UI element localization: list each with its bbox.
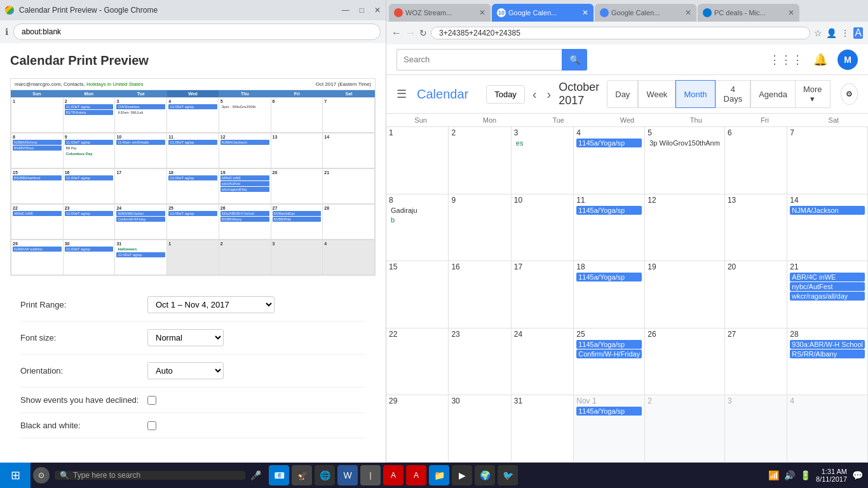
- cell-nov4[interactable]: 4: [787, 395, 868, 463]
- cell-oct22[interactable]: 22: [386, 329, 449, 396]
- cell-nov1[interactable]: Nov 11145a/Yoga/sp: [574, 395, 645, 463]
- cell-oct9[interactable]: 9: [449, 194, 511, 262]
- orientation-select[interactable]: Auto Portrait Landscape: [147, 362, 224, 379]
- event-nov1-yoga[interactable]: 1145a/Yoga/sp: [576, 407, 642, 416]
- start-button[interactable]: ⊞: [0, 463, 31, 488]
- user-avatar[interactable]: M: [837, 50, 858, 70]
- bw-input[interactable]: [147, 421, 156, 430]
- taskbar-time[interactable]: 1:31 AM 8/11/2017: [816, 468, 847, 483]
- cell-oct24[interactable]: 24: [512, 329, 574, 396]
- view-day-button[interactable]: Day: [607, 80, 638, 108]
- cell-oct8[interactable]: 8Gadirajub: [386, 194, 449, 262]
- event-oct18-yoga[interactable]: 1145a/Yoga/sp: [576, 273, 642, 281]
- cell-oct29[interactable]: 29: [386, 395, 449, 463]
- nav-prev-button[interactable]: ‹: [530, 87, 539, 102]
- taskbar-bar[interactable]: |: [360, 465, 381, 485]
- print-range-input[interactable]: Oct 1 – Nov 4, 2017: [147, 296, 275, 313]
- cell-oct23[interactable]: 23: [449, 329, 511, 396]
- cell-oct15[interactable]: 15: [386, 261, 449, 329]
- event-oct28-abr[interactable]: 930a:ABR/W-H School: [790, 340, 865, 349]
- cortana-button[interactable]: ⊙: [31, 464, 52, 486]
- event-oct21-wkcr[interactable]: wkcr/ragas/all/day: [790, 292, 865, 301]
- cell-oct13[interactable]: 13: [725, 194, 787, 262]
- close-button[interactable]: ✕: [374, 6, 381, 15]
- cell-oct18[interactable]: 181145a/Yoga/sp: [574, 261, 645, 329]
- settings-button[interactable]: ⚙: [841, 83, 858, 105]
- extensions-icon[interactable]: A: [853, 27, 863, 39]
- event-oct8-gadiraju[interactable]: Gadiraju: [389, 206, 445, 215]
- tab-woz[interactable]: WOZ Stream... ✕: [389, 4, 491, 22]
- bw-checkbox[interactable]: [147, 421, 156, 430]
- cell-oct3[interactable]: 3es: [512, 127, 574, 194]
- taskbar-acrobat2[interactable]: A: [406, 465, 426, 485]
- cell-oct30[interactable]: 30: [449, 395, 511, 463]
- taskbar-thunderbird[interactable]: 🦅: [292, 465, 312, 485]
- window-controls[interactable]: — □ ✕: [342, 6, 381, 15]
- event-oct4-yoga[interactable]: 1145a/Yoga/sp: [576, 139, 642, 147]
- hamburger-icon[interactable]: ☰: [397, 87, 407, 101]
- cell-oct4[interactable]: 41145a/Yoga/sp: [574, 127, 645, 194]
- view-more-button[interactable]: More ▾: [796, 80, 831, 108]
- cell-oct12[interactable]: 12: [645, 194, 725, 262]
- event-oct28-rs[interactable]: RS/RR/Albany: [790, 349, 865, 358]
- back-icon[interactable]: ←: [391, 27, 402, 39]
- cell-oct17[interactable]: 17: [512, 261, 574, 329]
- bookmark-icon[interactable]: ☆: [814, 28, 822, 38]
- minimize-button[interactable]: —: [342, 6, 349, 15]
- mic-button[interactable]: 🎤: [248, 468, 264, 483]
- event-oct11-yoga[interactable]: 1145a/Yoga/sp: [576, 206, 642, 215]
- taskbar-media[interactable]: ▶: [452, 465, 472, 485]
- notifications-icon[interactable]: 🔔: [813, 53, 827, 67]
- cell-oct11[interactable]: 111145a/Yoga/sp: [574, 194, 645, 262]
- cell-nov2[interactable]: 2: [645, 395, 725, 463]
- view-week-button[interactable]: Week: [638, 80, 675, 108]
- cell-oct10[interactable]: 10: [512, 194, 574, 262]
- font-size-select[interactable]: Normal Small Large: [147, 329, 224, 346]
- event-oct8-b[interactable]: b: [389, 215, 445, 224]
- taskbar-explorer[interactable]: 📁: [429, 465, 449, 485]
- user-icon[interactable]: 👤: [826, 28, 837, 38]
- left-address-input[interactable]: [13, 24, 381, 40]
- orientation-input[interactable]: Auto Portrait Landscape: [147, 362, 224, 379]
- taskbar-volume-icon[interactable]: 🔊: [784, 470, 795, 480]
- event-oct14-njma[interactable]: NJMA/Jackson: [790, 206, 865, 215]
- tab-gcal2[interactable]: Google Calen... ✕: [595, 4, 696, 22]
- tab-gcal1-close[interactable]: ✕: [582, 8, 588, 17]
- right-address-input[interactable]: 3+24385+24420+24385: [431, 27, 810, 39]
- event-oct21-nybc[interactable]: nybc/AutFest: [790, 282, 865, 291]
- taskbar-globe[interactable]: 🌍: [475, 465, 495, 485]
- cell-oct25[interactable]: 251145a/Yoga/spConfirm/W-H/Friday: [574, 329, 645, 396]
- forward-icon[interactable]: →: [405, 27, 416, 39]
- taskbar-chrome[interactable]: 🌐: [315, 465, 335, 485]
- print-range-select[interactable]: Oct 1 – Nov 4, 2017: [147, 296, 275, 313]
- notification-icon[interactable]: 💬: [852, 470, 863, 480]
- event-oct25-confirm[interactable]: Confirm/W-H/Friday: [576, 349, 642, 358]
- cell-nov3[interactable]: 3: [725, 395, 787, 463]
- taskbar-battery-icon[interactable]: 🔋: [800, 470, 811, 480]
- cell-oct5[interactable]: 53p WiloGrov150thAnm: [645, 127, 725, 194]
- cell-oct20[interactable]: 20: [725, 261, 787, 329]
- taskbar-outlook[interactable]: 📧: [269, 465, 289, 485]
- refresh-icon[interactable]: ↻: [419, 28, 427, 38]
- event-oct25-yoga[interactable]: 1145a/Yoga/sp: [576, 340, 642, 349]
- tab-gcal1[interactable]: 10 Google Calen... ✕: [492, 4, 593, 22]
- cell-oct27[interactable]: 27: [725, 329, 787, 396]
- view-month-button[interactable]: Month: [675, 80, 715, 108]
- font-size-input[interactable]: Normal Small Large: [147, 329, 224, 346]
- view-agenda-button[interactable]: Agenda: [750, 80, 796, 108]
- cell-oct26[interactable]: 26: [645, 329, 725, 396]
- cell-oct21[interactable]: 21ABR/4C inWEnybc/AutFestwkcr/ragas/all/…: [787, 261, 868, 329]
- cell-oct19[interactable]: 19: [645, 261, 725, 329]
- nav-next-button[interactable]: ›: [545, 87, 554, 102]
- cell-oct2[interactable]: 2: [449, 127, 511, 194]
- tab-pcdeals-close[interactable]: ✕: [788, 8, 794, 17]
- cell-oct1[interactable]: 1: [386, 127, 449, 194]
- declined-checkbox[interactable]: [147, 396, 156, 405]
- gcal-search-input[interactable]: [397, 49, 562, 71]
- taskbar-acrobat[interactable]: A: [383, 465, 403, 485]
- event-oct5-1[interactable]: 3p WiloGrov150thAnm: [648, 139, 722, 147]
- declined-input[interactable]: [147, 396, 156, 405]
- tab-woz-close[interactable]: ✕: [479, 8, 485, 17]
- cell-oct7[interactable]: 7: [787, 127, 868, 194]
- cell-oct31[interactable]: 31: [512, 395, 574, 463]
